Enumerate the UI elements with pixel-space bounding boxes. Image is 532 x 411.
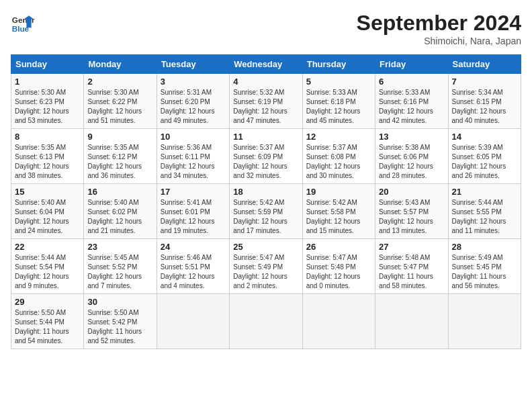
day-info: Sunrise: 5:35 AM Sunset: 6:13 PM Dayligh… [15, 143, 80, 181]
day-number: 27 [379, 242, 444, 252]
logo-icon: General Blue [11, 11, 35, 35]
day-cell-17: 17Sunrise: 5:41 AM Sunset: 6:01 PM Dayli… [157, 184, 229, 239]
day-info: Sunrise: 5:49 AM Sunset: 5:45 PM Dayligh… [452, 253, 517, 291]
day-cell-28: 28Sunrise: 5:49 AM Sunset: 5:45 PM Dayli… [448, 239, 521, 294]
day-number: 25 [233, 242, 298, 252]
day-info: Sunrise: 5:30 AM Sunset: 6:23 PM Dayligh… [15, 88, 80, 126]
day-cell-14: 14Sunrise: 5:39 AM Sunset: 6:05 PM Dayli… [448, 129, 521, 184]
day-number: 2 [87, 77, 152, 87]
week-row-4: 22Sunrise: 5:44 AM Sunset: 5:54 PM Dayli… [11, 239, 521, 294]
day-info: Sunrise: 5:39 AM Sunset: 6:05 PM Dayligh… [452, 143, 517, 181]
title-block: September 2024 Shimoichi, Nara, Japan [357, 11, 521, 46]
day-cell-10: 10Sunrise: 5:36 AM Sunset: 6:11 PM Dayli… [157, 129, 229, 184]
day-number: 6 [379, 77, 444, 87]
weekday-header-sunday: Sunday [11, 55, 84, 74]
day-number: 15 [15, 187, 80, 197]
weekday-header-row: SundayMondayTuesdayWednesdayThursdayFrid… [11, 55, 521, 74]
day-info: Sunrise: 5:50 AM Sunset: 5:44 PM Dayligh… [15, 308, 80, 346]
calendar-table: SundayMondayTuesdayWednesdayThursdayFrid… [11, 54, 521, 349]
day-cell-3: 3Sunrise: 5:31 AM Sunset: 6:20 PM Daylig… [157, 74, 229, 129]
day-number: 12 [306, 132, 371, 142]
day-cell-4: 4Sunrise: 5:32 AM Sunset: 6:19 PM Daylig… [230, 74, 302, 129]
day-info: Sunrise: 5:47 AM Sunset: 5:49 PM Dayligh… [233, 253, 298, 291]
day-info: Sunrise: 5:31 AM Sunset: 6:20 PM Dayligh… [161, 88, 226, 126]
day-cell-9: 9Sunrise: 5:35 AM Sunset: 6:12 PM Daylig… [84, 129, 157, 184]
empty-cell [302, 294, 375, 349]
weekday-header-thursday: Thursday [302, 55, 375, 74]
day-number: 18 [233, 187, 298, 197]
day-cell-27: 27Sunrise: 5:48 AM Sunset: 5:47 PM Dayli… [375, 239, 448, 294]
location-subtitle: Shimoichi, Nara, Japan [357, 36, 521, 46]
day-cell-29: 29Sunrise: 5:50 AM Sunset: 5:44 PM Dayli… [11, 294, 84, 349]
day-info: Sunrise: 5:43 AM Sunset: 5:57 PM Dayligh… [379, 198, 444, 236]
day-cell-15: 15Sunrise: 5:40 AM Sunset: 6:04 PM Dayli… [11, 184, 84, 239]
day-number: 16 [87, 187, 152, 197]
day-cell-12: 12Sunrise: 5:37 AM Sunset: 6:08 PM Dayli… [302, 129, 375, 184]
day-number: 1 [15, 77, 80, 87]
day-cell-16: 16Sunrise: 5:40 AM Sunset: 6:02 PM Dayli… [84, 184, 157, 239]
empty-cell [230, 294, 302, 349]
day-info: Sunrise: 5:47 AM Sunset: 5:48 PM Dayligh… [306, 253, 371, 291]
day-info: Sunrise: 5:30 AM Sunset: 6:22 PM Dayligh… [87, 88, 152, 126]
month-title: September 2024 [357, 11, 521, 36]
day-cell-26: 26Sunrise: 5:47 AM Sunset: 5:48 PM Dayli… [302, 239, 375, 294]
day-info: Sunrise: 5:35 AM Sunset: 6:12 PM Dayligh… [87, 143, 152, 181]
day-number: 22 [15, 242, 80, 252]
day-number: 7 [452, 77, 517, 87]
day-cell-19: 19Sunrise: 5:42 AM Sunset: 5:58 PM Dayli… [302, 184, 375, 239]
day-number: 19 [306, 187, 371, 197]
day-number: 14 [452, 132, 517, 142]
day-info: Sunrise: 5:44 AM Sunset: 5:54 PM Dayligh… [15, 253, 80, 291]
day-info: Sunrise: 5:45 AM Sunset: 5:52 PM Dayligh… [87, 253, 152, 291]
day-info: Sunrise: 5:36 AM Sunset: 6:11 PM Dayligh… [161, 143, 226, 181]
weekday-header-saturday: Saturday [448, 55, 521, 74]
empty-cell [448, 294, 521, 349]
day-info: Sunrise: 5:34 AM Sunset: 6:15 PM Dayligh… [452, 88, 517, 126]
logo: General Blue [11, 11, 35, 35]
day-info: Sunrise: 5:40 AM Sunset: 6:04 PM Dayligh… [15, 198, 80, 236]
day-number: 10 [161, 132, 226, 142]
day-cell-30: 30Sunrise: 5:50 AM Sunset: 5:42 PM Dayli… [84, 294, 157, 349]
day-cell-6: 6Sunrise: 5:33 AM Sunset: 6:16 PM Daylig… [375, 74, 448, 129]
day-info: Sunrise: 5:46 AM Sunset: 5:51 PM Dayligh… [161, 253, 226, 291]
week-row-3: 15Sunrise: 5:40 AM Sunset: 6:04 PM Dayli… [11, 184, 521, 239]
day-cell-20: 20Sunrise: 5:43 AM Sunset: 5:57 PM Dayli… [375, 184, 448, 239]
week-row-1: 1Sunrise: 5:30 AM Sunset: 6:23 PM Daylig… [11, 74, 521, 129]
day-info: Sunrise: 5:50 AM Sunset: 5:42 PM Dayligh… [87, 308, 152, 346]
day-info: Sunrise: 5:33 AM Sunset: 6:16 PM Dayligh… [379, 88, 444, 126]
day-info: Sunrise: 5:41 AM Sunset: 6:01 PM Dayligh… [161, 198, 226, 236]
day-info: Sunrise: 5:37 AM Sunset: 6:08 PM Dayligh… [306, 143, 371, 181]
day-number: 11 [233, 132, 298, 142]
day-cell-23: 23Sunrise: 5:45 AM Sunset: 5:52 PM Dayli… [84, 239, 157, 294]
day-info: Sunrise: 5:48 AM Sunset: 5:47 PM Dayligh… [379, 253, 444, 291]
day-number: 20 [379, 187, 444, 197]
day-cell-21: 21Sunrise: 5:44 AM Sunset: 5:55 PM Dayli… [448, 184, 521, 239]
day-number: 28 [452, 242, 517, 252]
day-number: 29 [15, 297, 80, 307]
day-cell-18: 18Sunrise: 5:42 AM Sunset: 5:59 PM Dayli… [230, 184, 302, 239]
svg-text:General: General [12, 15, 35, 24]
page-header: General Blue September 2024 Shimoichi, N… [11, 11, 521, 46]
day-info: Sunrise: 5:42 AM Sunset: 5:58 PM Dayligh… [306, 198, 371, 236]
day-number: 13 [379, 132, 444, 142]
day-number: 23 [87, 242, 152, 252]
day-number: 3 [161, 77, 226, 87]
day-cell-2: 2Sunrise: 5:30 AM Sunset: 6:22 PM Daylig… [84, 74, 157, 129]
day-cell-11: 11Sunrise: 5:37 AM Sunset: 6:09 PM Dayli… [230, 129, 302, 184]
day-number: 8 [15, 132, 80, 142]
day-number: 4 [233, 77, 298, 87]
day-number: 30 [87, 297, 152, 307]
week-row-5: 29Sunrise: 5:50 AM Sunset: 5:44 PM Dayli… [11, 294, 521, 349]
day-number: 26 [306, 242, 371, 252]
day-info: Sunrise: 5:44 AM Sunset: 5:55 PM Dayligh… [452, 198, 517, 236]
day-number: 21 [452, 187, 517, 197]
day-cell-13: 13Sunrise: 5:38 AM Sunset: 6:06 PM Dayli… [375, 129, 448, 184]
day-number: 17 [161, 187, 226, 197]
day-cell-5: 5Sunrise: 5:33 AM Sunset: 6:18 PM Daylig… [302, 74, 375, 129]
day-cell-1: 1Sunrise: 5:30 AM Sunset: 6:23 PM Daylig… [11, 74, 84, 129]
weekday-header-friday: Friday [375, 55, 448, 74]
day-number: 9 [87, 132, 152, 142]
day-cell-24: 24Sunrise: 5:46 AM Sunset: 5:51 PM Dayli… [157, 239, 229, 294]
weekday-header-monday: Monday [84, 55, 157, 74]
day-info: Sunrise: 5:32 AM Sunset: 6:19 PM Dayligh… [233, 88, 298, 126]
